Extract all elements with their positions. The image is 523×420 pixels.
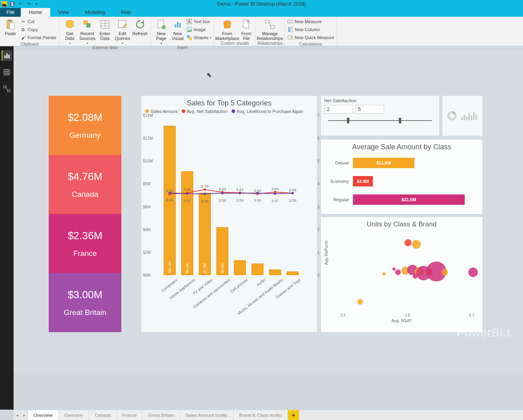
scatter-bubble[interactable] (392, 267, 396, 271)
svg-rect-35 (4, 55, 6, 58)
tab-nav-prev[interactable]: ◂ (14, 410, 21, 420)
nav-report-icon[interactable] (2, 50, 12, 61)
menu-modeling[interactable]: Modeling (77, 8, 113, 17)
svg-rect-38 (4, 69, 10, 75)
units-by-class-brand-panel[interactable]: Units by Class & Brand Avg. RePurch 3.5 … (321, 217, 482, 332)
new-quick-measure-button[interactable]: New Quick Measure (286, 34, 335, 42)
text-box-button[interactable]: AText box (185, 18, 212, 26)
scatter-bubble[interactable] (395, 269, 401, 275)
enter-data-button[interactable]: Enter Data (96, 18, 114, 41)
svg-rect-64 (461, 117, 463, 120)
slicer-handle-right[interactable] (399, 118, 401, 123)
menu-help[interactable]: Help (113, 8, 139, 17)
manage-relationships-button[interactable]: Manage Relationships (258, 18, 282, 41)
page-tab-great-britain[interactable]: Great Britain (143, 410, 180, 420)
new-visual-button[interactable]: New Visual (170, 18, 185, 41)
menu-file[interactable]: File (0, 8, 21, 17)
recent-sources-icon (81, 18, 93, 30)
slicer-from-input[interactable] (324, 105, 353, 114)
donut-icon (446, 110, 458, 122)
nav-data-icon[interactable] (2, 67, 12, 77)
from-file-button[interactable]: From File (239, 18, 254, 41)
scatter-bubble[interactable] (412, 240, 421, 249)
get-data-button[interactable]: Get Data▾ (61, 18, 79, 45)
class-label: Economy (327, 179, 349, 184)
svg-rect-66 (466, 116, 468, 120)
scatter-bubble[interactable] (468, 267, 478, 277)
svg-rect-70 (475, 115, 477, 120)
cut-button[interactable]: ✂Cut (19, 18, 57, 26)
y-axis-tick: $4M (143, 227, 151, 232)
page-tab-france[interactable]: France (117, 410, 143, 420)
add-page-button[interactable]: + (288, 410, 299, 420)
mini-vis-placeholder[interactable] (442, 96, 482, 136)
svg-rect-4 (8, 20, 11, 21)
scatter-bubble[interactable] (404, 239, 412, 246)
svg-text:Σ: Σ (289, 20, 291, 24)
y-axis-tick: $8M (143, 182, 151, 186)
page-tab-canada[interactable]: Canada (89, 410, 117, 420)
ribbon-group-label: Custom visuals (216, 41, 254, 46)
tab-nav-next[interactable]: ▸ (21, 410, 28, 420)
page-tab-sales-amount-tooltip[interactable]: Sales Amount tooltip (180, 410, 234, 420)
scatter-bubble[interactable] (413, 274, 418, 279)
kpi-card-great-britain[interactable]: $3.00MGreat Britain (49, 273, 121, 332)
svg-rect-65 (464, 115, 465, 120)
slicer-handle-left[interactable] (347, 118, 349, 123)
text-box-icon: A (186, 18, 192, 25)
y2-axis-tick: 6 (317, 136, 319, 141)
y-axis-tick: $6M (143, 204, 151, 209)
class-row-deluxe[interactable]: Deluxe$11.6M (321, 157, 482, 175)
new-column-button[interactable]: New Column (286, 26, 335, 34)
kpi-card-germany[interactable]: $2.08MGermany (49, 96, 121, 155)
slicer-to-input[interactable] (355, 105, 384, 114)
slicer-track[interactable] (328, 117, 432, 124)
page-tab-overview[interactable]: Overview (28, 410, 59, 420)
y2-axis-tick: 3 (317, 204, 319, 209)
menu-view[interactable]: View (50, 8, 77, 17)
image-icon (186, 26, 192, 33)
kpi-card-canada[interactable]: $4.76MCanada (49, 155, 121, 214)
class-bar: $3.8M (353, 176, 373, 186)
menu-home[interactable]: Home (21, 8, 50, 17)
edit-queries-button[interactable]: Edit Queries▾ (114, 18, 131, 45)
from-marketplace-button[interactable]: From Marketplace (216, 18, 239, 41)
class-row-economy[interactable]: Economy$3.8M (321, 175, 482, 194)
main-chart-panel[interactable]: Sales for Top 5 Categories Sales Amount … (141, 96, 317, 332)
nav-model-icon[interactable] (2, 84, 12, 94)
svg-point-58 (239, 192, 241, 194)
image-button[interactable]: Image (185, 26, 212, 34)
svg-rect-5 (10, 23, 14, 29)
class-row-regular[interactable]: Regular$21.0M (321, 194, 482, 212)
recent-sources-button[interactable]: Recent Sources▾ (79, 18, 96, 45)
paste-button[interactable]: Paste (2, 18, 19, 36)
marketplace-icon (221, 18, 233, 30)
shapes-button[interactable]: Shapes ▾ (185, 34, 212, 42)
canvas-area[interactable]: $2.08MGermany$4.76MCanada$2.36MFrance$3.… (14, 50, 523, 373)
page-tabs: ◂ ▸ OverviewGermanyCanadaFranceGreat Bri… (14, 410, 523, 420)
page-tab-brand-class-tooltip[interactable]: Brand & Class tooltip (234, 410, 288, 420)
avg-sale-by-class-panel[interactable]: Average Sale Amount by Class Deluxe$11.6… (321, 140, 482, 214)
new-measure-button[interactable]: ΣNew Measure (286, 18, 335, 26)
kpi-name: Germany (69, 131, 101, 140)
copy-button[interactable]: ⧉Copy (19, 26, 57, 34)
page-tab-germany[interactable]: Germany (59, 410, 89, 420)
refresh-button[interactable]: Refresh (131, 18, 149, 36)
scatter-bubble[interactable] (382, 272, 386, 275)
net-satisfaction-slicer[interactable]: Net Satisfaction (321, 96, 439, 136)
scatter-xlabel: Avg. NSAT (321, 318, 482, 323)
new-page-button[interactable]: +New Page▾ (153, 18, 170, 45)
kpi-column[interactable]: $2.08MGermany$4.76MCanada$2.36MFrance$3.… (49, 96, 121, 332)
y-axis-tick: $0M (143, 273, 151, 277)
class-panel-title: Average Sale Amount by Class (321, 140, 482, 157)
scatter-bubble[interactable] (357, 299, 363, 305)
kpi-card-france[interactable]: $2.36MFrance (49, 214, 121, 273)
y2-axis-tick: 4 (317, 182, 319, 186)
ribbon: Paste ✂Cut ⧉Copy 🖌Format Painter Clipboa… (0, 17, 523, 46)
scatter-bubble[interactable] (442, 269, 448, 275)
format-painter-button[interactable]: 🖌Format Painter (19, 34, 57, 42)
kpi-value: $4.76M (68, 170, 103, 183)
ribbon-group-custom-visuals: From Marketplace From File Custom visual… (214, 17, 256, 46)
svg-rect-27 (265, 20, 269, 23)
svg-rect-8 (87, 24, 90, 27)
